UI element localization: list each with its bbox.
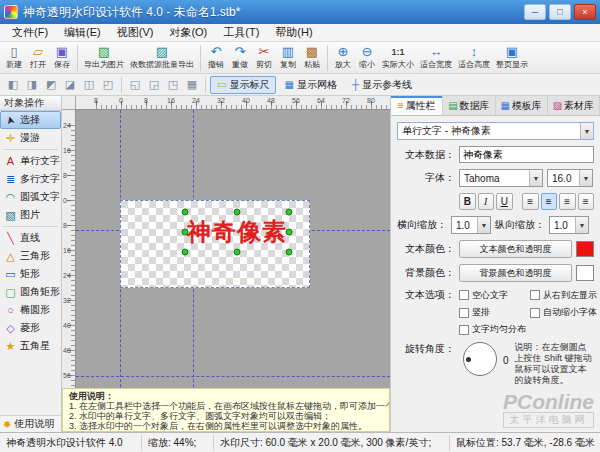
align-center-text-button[interactable]: ≡ xyxy=(541,193,558,210)
menu-view[interactable]: 视图(V) xyxy=(109,24,162,41)
bg-color-swatch[interactable] xyxy=(576,265,594,281)
watermark-text[interactable]: 神奇像素 xyxy=(185,212,289,252)
fit-page-button[interactable]: ▣ 整页显示 xyxy=(493,43,531,73)
fit-height-button[interactable]: ↕ 适合高度 xyxy=(455,43,493,73)
selection-handle-w[interactable] xyxy=(182,229,189,236)
text-color-button[interactable]: 文本颜色和透明度 xyxy=(459,240,572,258)
tab-materials[interactable]: ▨ 素材库 xyxy=(548,96,600,115)
rtl-checkbox[interactable]: 从右到左显示 xyxy=(530,289,597,302)
usage-help-button[interactable]: ✸ 使用说明 xyxy=(0,415,61,432)
selection-handle-sw[interactable] xyxy=(182,249,189,256)
tool-star[interactable]: ★ 五角星 xyxy=(0,337,61,355)
selected-text-object[interactable]: 神奇像素 xyxy=(185,212,289,252)
justify-text-checkbox[interactable]: 文字均匀分布 xyxy=(459,323,526,336)
design-canvas[interactable]: 神奇像素 xyxy=(76,110,390,432)
italic-button[interactable]: I xyxy=(478,193,495,210)
menu-file[interactable]: 文件(F) xyxy=(4,24,56,41)
select-tool[interactable]: ➤ 选择 xyxy=(0,111,61,129)
object-selector-dropdown[interactable]: 单行文字 - 神奇像素 xyxy=(397,122,594,140)
menu-edit[interactable]: 编辑(E) xyxy=(56,24,109,41)
cut-button[interactable]: ✂ 剪切 xyxy=(252,43,276,73)
align-top-button[interactable]: ◪ xyxy=(61,76,79,94)
tool-line[interactable]: ╲ 直线 xyxy=(0,229,61,247)
align-left-text-button[interactable]: ≡ xyxy=(522,193,539,210)
tool-diamond[interactable]: ◇ 菱形 xyxy=(0,319,61,337)
open-button[interactable]: ▱ 打开 xyxy=(26,43,50,73)
undo-button[interactable]: ↶ 撤销 xyxy=(204,43,228,73)
actual-size-button[interactable]: 1:1 实际大小 xyxy=(379,43,417,73)
rotation-dial-dot[interactable] xyxy=(466,357,471,362)
tool-image[interactable]: ▧ 图片 xyxy=(0,206,61,224)
zoom-out-button[interactable]: ⊖ 缩小 xyxy=(355,43,379,73)
minimize-button[interactable]: ─ xyxy=(524,4,546,20)
hscale-label: 横向缩放： xyxy=(397,218,447,232)
line-icon: ╲ xyxy=(4,232,17,245)
tab-properties[interactable]: ≡ 属性栏 xyxy=(391,96,443,115)
menu-tool[interactable]: 工具(T) xyxy=(215,24,267,41)
text-color-swatch[interactable] xyxy=(576,241,594,257)
fit-width-icon: ↔ xyxy=(430,45,443,59)
font-size-dropdown[interactable]: 16.0 xyxy=(547,169,593,187)
same-width-button[interactable]: ◱ xyxy=(126,76,144,94)
fit-width-button[interactable]: ↔ 适合宽度 xyxy=(417,43,455,73)
maximize-button[interactable]: □ xyxy=(549,4,571,20)
menu-help[interactable]: 帮助(H) xyxy=(267,24,320,41)
selection-handle-e[interactable] xyxy=(286,229,293,236)
redo-button[interactable]: ↷ 重做 xyxy=(228,43,252,73)
tool-arc-text[interactable]: ◠ 圆弧文字 xyxy=(0,188,61,206)
rotation-value: 0 xyxy=(503,355,509,366)
bg-color-button[interactable]: 背景颜色和透明度 xyxy=(459,264,572,282)
align-center-button[interactable]: ◨ xyxy=(23,76,41,94)
save-button[interactable]: ▣ 保存 xyxy=(50,43,74,73)
auto-shrink-checkbox[interactable]: 自动缩小字体 xyxy=(530,306,597,319)
align-right-button[interactable]: ◩ xyxy=(42,76,60,94)
align-middle-button[interactable]: ◫ xyxy=(80,76,98,94)
selection-handle-n[interactable] xyxy=(234,209,241,216)
hscale-dropdown[interactable]: 1.0 xyxy=(451,216,491,234)
text-data-input[interactable] xyxy=(459,146,594,163)
undo-icon: ↶ xyxy=(211,45,222,59)
distribute-button[interactable]: ▦ xyxy=(183,76,201,94)
paste-button[interactable]: ▩ 粘贴 xyxy=(300,43,324,73)
tab-database[interactable]: ▤ 数据库 xyxy=(443,96,495,115)
same-height-button[interactable]: ◲ xyxy=(145,76,163,94)
rotation-dial[interactable] xyxy=(463,342,497,376)
vertical-text-checkbox[interactable]: 竖排 xyxy=(459,306,526,319)
guide-line-horizontal[interactable] xyxy=(76,376,390,377)
align-bottom-button[interactable]: ◰ xyxy=(99,76,117,94)
font-family-dropdown[interactable]: Tahoma xyxy=(459,169,543,187)
batch-export-button[interactable]: ▨ 依数据源批量导出 xyxy=(127,43,197,73)
selection-handle-nw[interactable] xyxy=(182,209,189,216)
tool-rounded-rectangle[interactable]: ▢ 圆角矩形 xyxy=(0,283,61,301)
show-grid-toggle[interactable]: ▦ 显示网格 xyxy=(277,76,343,94)
chevron-down-icon xyxy=(575,217,588,233)
tool-triangle[interactable]: △ 三角形 xyxy=(0,247,61,265)
underline-button[interactable]: U xyxy=(496,193,513,210)
bold-button[interactable]: B xyxy=(459,193,476,210)
menu-object[interactable]: 对象(O) xyxy=(161,24,215,41)
watermark-page[interactable]: 神奇像素 xyxy=(120,200,310,288)
selection-handle-se[interactable] xyxy=(286,249,293,256)
zoom-in-button[interactable]: ⊕ 放大 xyxy=(331,43,355,73)
show-guides-toggle[interactable]: ┼ 显示参考线 xyxy=(345,76,419,94)
tab-templates[interactable]: ▦ 模板库 xyxy=(496,96,548,115)
show-ruler-toggle[interactable]: ▭ 显示标尺 xyxy=(210,76,276,94)
align-justify-text-button[interactable]: ≡ xyxy=(578,193,595,210)
same-size-button[interactable]: ◳ xyxy=(164,76,182,94)
hollow-text-checkbox[interactable]: 空心文字 xyxy=(459,289,526,302)
tool-multi-line-text[interactable]: ≣ 多行文字 xyxy=(0,170,61,188)
copy-button[interactable]: ▥ 复制 xyxy=(276,43,300,73)
close-button[interactable]: × xyxy=(574,4,596,20)
new-button[interactable]: ▯ 新建 xyxy=(2,43,26,73)
tool-single-line-text[interactable]: A 单行文字 xyxy=(0,152,61,170)
pan-tool[interactable]: ✛ 漫游 xyxy=(0,129,61,147)
align-left-button[interactable]: ◧ xyxy=(4,76,22,94)
tool-rectangle[interactable]: ▭ 矩形 xyxy=(0,265,61,283)
selection-handle-ne[interactable] xyxy=(286,209,293,216)
export-image-button[interactable]: ▧ 导出为图片 xyxy=(81,43,127,73)
vscale-dropdown[interactable]: 1.0 xyxy=(549,216,589,234)
selection-handle-s[interactable] xyxy=(234,249,241,256)
templates-icon: ▦ xyxy=(500,100,509,111)
tool-ellipse[interactable]: ○ 椭圆形 xyxy=(0,301,61,319)
align-right-text-button[interactable]: ≡ xyxy=(559,193,576,210)
